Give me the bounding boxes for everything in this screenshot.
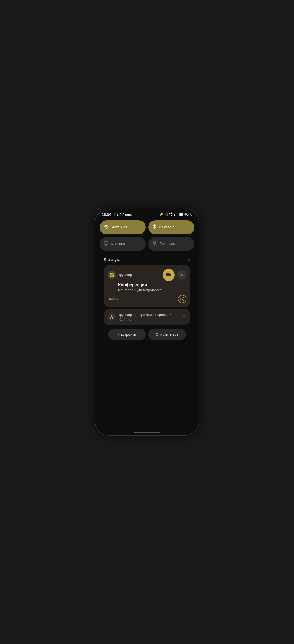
home-indicator[interactable] (134, 432, 160, 433)
internet-label: Интернет (111, 225, 137, 229)
secondary-notif-content: Труконф: поверх других прил... • Сейчас (118, 312, 180, 322)
svg-rect-15 (167, 275, 167, 276)
bluetooth-arrow: › (189, 225, 190, 229)
svg-rect-1 (174, 214, 175, 216)
notification-title: Без звука (104, 258, 120, 262)
status-icons: 🔑 📳 (160, 212, 192, 216)
notif-title: Конференция (108, 283, 186, 287)
geolocation-label: Геолокация (159, 242, 190, 246)
internet-toggle[interactable]: Интернет › (100, 220, 146, 234)
notif-actions (163, 269, 186, 281)
phone-screen: 18:54 Пт, 17 янв. 🔑 📳 (95, 209, 199, 435)
wifi-status-icon (169, 212, 173, 216)
signal-icon (174, 212, 178, 216)
bluetooth-label: Bluetooth (159, 225, 186, 229)
battery-percent: 65 % (185, 213, 192, 216)
secondary-notif-expand[interactable] (182, 314, 186, 320)
svg-rect-8 (105, 243, 107, 244)
notif-collapse-button[interactable] (177, 270, 186, 280)
notification-header: Без звука × (104, 257, 190, 262)
battery-icon: 65 % (179, 213, 192, 216)
secondary-notif-text: Труконф: поверх других прил... • Сейчас (118, 313, 171, 321)
flashlight-label: Фонарик (111, 242, 141, 246)
svg-rect-14 (168, 274, 168, 275)
exit-button[interactable]: Выйти (108, 297, 118, 301)
notif-top-row: Труконф (108, 269, 186, 281)
phone-frame: 18:54 Пт, 17 янв. 🔑 📳 (95, 209, 199, 435)
secondary-notif-icon (108, 313, 116, 321)
geolocation-toggle[interactable]: Геолокация (148, 237, 194, 251)
status-bar: 18:54 Пт, 17 янв. 🔑 📳 (95, 209, 199, 218)
bluetooth-toggle[interactable]: Bluetooth › (148, 220, 194, 234)
secondary-notification[interactable]: Труконф: поверх других прил... • Сейчас (104, 309, 190, 325)
notification-panel: Без звука × Труконф (100, 254, 194, 435)
notification-close-button[interactable]: × (187, 257, 190, 262)
location-icon (153, 241, 157, 247)
status-time: 18:54 (102, 212, 111, 217)
bluetooth-icon (153, 224, 156, 231)
svg-point-10 (113, 276, 114, 277)
svg-rect-6 (180, 213, 183, 216)
svg-point-7 (106, 228, 107, 229)
app-notification-card: Труконф (104, 265, 190, 307)
svg-point-9 (110, 276, 111, 277)
bottom-actions: Настроить Очистить все (104, 328, 190, 344)
notif-body: Конференция в процессе (108, 288, 186, 292)
app-name: Труконф (118, 273, 132, 277)
svg-rect-16 (168, 275, 168, 276)
vibrate-icon: 📳 (164, 213, 168, 216)
wifi-icon (104, 225, 109, 230)
conference-action-button[interactable] (163, 269, 175, 281)
flashlight-toggle[interactable]: Фонарик (100, 237, 146, 251)
svg-rect-13 (167, 274, 167, 275)
key-icon: 🔑 (160, 213, 163, 216)
svg-point-0 (171, 215, 172, 216)
svg-rect-21 (111, 318, 112, 319)
notif-app-info: Труконф (108, 271, 132, 279)
svg-rect-3 (177, 213, 177, 216)
flashlight-icon (104, 241, 108, 247)
svg-rect-2 (176, 214, 176, 216)
quick-toggles: Интернет › Bluetooth › (95, 218, 199, 253)
clear-all-button[interactable]: Очистить все (148, 329, 186, 340)
app-icon (108, 271, 116, 279)
svg-rect-20 (111, 317, 112, 318)
status-date: Пт, 17 янв. (114, 212, 132, 217)
snooze-button[interactable]: z (178, 295, 186, 303)
internet-arrow: › (140, 225, 141, 229)
svg-rect-4 (178, 212, 178, 216)
settings-button[interactable]: Настроить (108, 329, 146, 340)
